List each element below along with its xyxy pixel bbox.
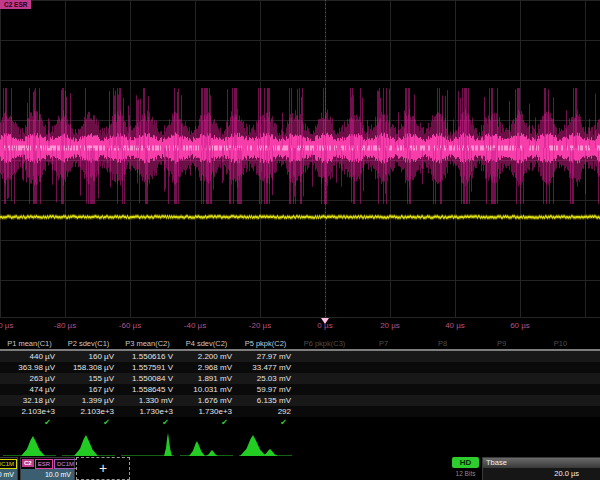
time-axis-label: 40 µs bbox=[445, 321, 465, 330]
measure-header-p10[interactable]: P10 bbox=[531, 337, 590, 349]
measure-sdev-p1: 32.18 µV bbox=[0, 395, 59, 406]
descriptor-bar: DC1M 10.0 mV C2 ESR DC1M 10.0 mV + HD 12… bbox=[0, 457, 600, 480]
c2-name-badge: C2 bbox=[22, 459, 34, 467]
measure-header-p9[interactable]: P9 bbox=[472, 337, 531, 349]
measure-value-p3: 1.550616 V bbox=[118, 351, 177, 362]
waveform-display-canvas[interactable] bbox=[0, 0, 600, 318]
time-axis-label: 0 µs bbox=[317, 321, 332, 330]
measure-status-p4: ✔ bbox=[177, 417, 228, 429]
timebase-label: Tbase bbox=[483, 458, 600, 468]
measure-sdev-p5: 6.135 mV bbox=[236, 395, 295, 406]
measure-header-p8[interactable]: P8 bbox=[413, 337, 472, 349]
measure-status-p5: ✔ bbox=[236, 417, 287, 429]
measure-sdev-p3: 1.330 mV bbox=[118, 395, 177, 406]
measure-status-p3: ✔ bbox=[118, 417, 169, 429]
measure-mean-p1: 363.98 µV bbox=[0, 362, 59, 373]
time-axis-label: -60 µs bbox=[119, 321, 141, 330]
measure-header-p5[interactable]: P5 pkpk(C2) bbox=[236, 337, 295, 349]
measure-num-p3: 1.730e+3 bbox=[118, 406, 177, 417]
plus-icon: + bbox=[99, 460, 107, 476]
histicon-strip[interactable] bbox=[0, 429, 600, 457]
measure-header-p6[interactable]: P6 pkpk(C3) bbox=[295, 337, 354, 349]
measure-min-p3: 1.550084 V bbox=[118, 373, 177, 384]
measure-column-p2: P2 sdev(C1)160 µV158.308 µV155 µV167 µV1… bbox=[59, 337, 118, 429]
measure-header-p11[interactable]: P11 bbox=[590, 337, 600, 349]
measure-mean-p4: 2.968 mV bbox=[177, 362, 236, 373]
time-axis-label: -100 µs bbox=[0, 321, 13, 330]
measure-column-p5: P5 pkpk(C2)27.97 mV33.477 mV25.03 mV59.9… bbox=[236, 337, 295, 429]
measure-max-p3: 1.558645 V bbox=[118, 384, 177, 395]
measure-value-p2: 160 µV bbox=[59, 351, 118, 362]
measure-value-p1: 440 µV bbox=[0, 351, 59, 362]
measure-num-p4: 1.730e+3 bbox=[177, 406, 236, 417]
time-axis-label: 60 µs bbox=[510, 321, 530, 330]
measure-max-p2: 167 µV bbox=[59, 384, 118, 395]
oscilloscope-screen: C2 ESR -100 µs-80 µs-60 µs-40 µs-20 µs0 … bbox=[0, 0, 600, 480]
measure-min-p5: 25.03 mV bbox=[236, 373, 295, 384]
c1-scale-value: 10.0 mV bbox=[0, 469, 17, 480]
measure-max-p1: 474 µV bbox=[0, 384, 59, 395]
c1-coupling-badge: DC1M bbox=[0, 459, 17, 469]
c2-coupling-badge: DC1M bbox=[54, 459, 77, 469]
channel-descriptor-c2[interactable]: C2 ESR DC1M 10.0 mV bbox=[20, 457, 75, 480]
measure-num-p2: 2.103e+3 bbox=[59, 406, 118, 417]
measure-mean-p2: 158.308 µV bbox=[59, 362, 118, 373]
hd-mode-badge[interactable]: HD bbox=[452, 457, 479, 468]
timebase-descriptor[interactable]: Tbase 20.0 µs bbox=[482, 457, 600, 480]
measure-min-p4: 1.891 mV bbox=[177, 373, 236, 384]
time-axis: -100 µs-80 µs-60 µs-40 µs-20 µs0 µs20 µs… bbox=[0, 318, 600, 337]
measure-column-p3: P3 mean(C2)1.550616 V1.557591 V1.550084 … bbox=[118, 337, 177, 429]
time-axis-label: -40 µs bbox=[184, 321, 206, 330]
measure-header-p2[interactable]: P2 sdev(C1) bbox=[59, 337, 118, 349]
measure-max-p4: 10.031 mV bbox=[177, 384, 236, 395]
measure-mean-p3: 1.557591 V bbox=[118, 362, 177, 373]
c2-user-label-badge: ESR bbox=[35, 459, 53, 469]
channel-descriptor-c1[interactable]: DC1M 10.0 mV bbox=[0, 457, 18, 480]
measure-table: P1 mean(C1)440 µV363.98 µV263 µV474 µV32… bbox=[0, 337, 600, 429]
measure-header-p7[interactable]: P7 bbox=[354, 337, 413, 349]
measure-header-p4[interactable]: P4 sdev(C2) bbox=[177, 337, 236, 349]
adc-bits-label: 12 Bits bbox=[452, 469, 479, 479]
measure-column-p4: P4 sdev(C2)2.200 mV2.968 mV1.891 mV10.03… bbox=[177, 337, 236, 429]
measure-status-p1: ✔ bbox=[0, 417, 51, 429]
time-axis-label: 20 µs bbox=[380, 321, 400, 330]
measure-min-p2: 155 µV bbox=[59, 373, 118, 384]
c2-scale-value: 10.0 mV bbox=[21, 469, 74, 480]
measure-max-p5: 59.97 mV bbox=[236, 384, 295, 395]
add-trace-button[interactable]: + bbox=[76, 457, 130, 480]
measure-column-p1: P1 mean(C1)440 µV363.98 µV263 µV474 µV32… bbox=[0, 337, 59, 429]
measure-min-p1: 263 µV bbox=[0, 373, 59, 384]
measure-status-p2: ✔ bbox=[59, 417, 110, 429]
measure-header-p1[interactable]: P1 mean(C1) bbox=[0, 337, 59, 349]
measure-sdev-p4: 1.676 mV bbox=[177, 395, 236, 406]
measure-mean-p5: 33.477 mV bbox=[236, 362, 295, 373]
measure-sdev-p2: 1.399 µV bbox=[59, 395, 118, 406]
measure-value-p5: 27.97 mV bbox=[236, 351, 295, 362]
measure-num-p1: 2.103e+3 bbox=[0, 406, 59, 417]
timebase-scale-value: 20.0 µs bbox=[483, 468, 600, 480]
measure-header-p3[interactable]: P3 mean(C2) bbox=[118, 337, 177, 349]
trace-label-badge: C2 ESR bbox=[0, 0, 31, 9]
time-axis-label: -80 µs bbox=[54, 321, 76, 330]
measure-num-p5: 292 bbox=[236, 406, 295, 417]
time-axis-label: -20 µs bbox=[249, 321, 271, 330]
measure-value-p4: 2.200 mV bbox=[177, 351, 236, 362]
